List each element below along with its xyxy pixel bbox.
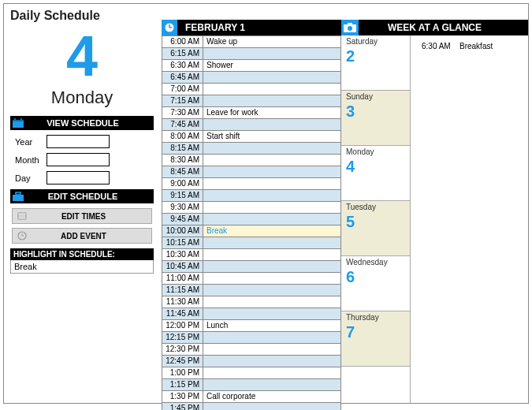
schedule-row[interactable]: 9:00 AM [162,178,341,190]
schedule-row[interactable]: 10:45 AM [162,261,341,273]
week-day[interactable]: Thursday7 [341,311,410,367]
schedule-row[interactable]: 1:30 PMCall corporate [162,391,341,403]
day-row: Day [15,171,154,184]
toolbox-icon [12,191,24,202]
schedule-row[interactable]: 10:15 AM [162,237,341,249]
schedule-time: 7:45 AM [162,119,203,131]
month-row: Month [15,153,154,166]
day-input[interactable] [47,171,110,184]
week-day-name: Thursday [346,313,405,322]
schedule-row[interactable]: 12:00 PMLunch [162,320,341,332]
schedule-row[interactable]: 11:45 AM [162,308,341,320]
schedule-row[interactable]: 1:45 PM [162,403,341,411]
svg-rect-9 [19,218,25,218]
schedule-row[interactable]: 10:30 AM [162,249,341,261]
schedule-time: 10:00 AM [162,226,203,237]
schedule-time: 8:30 AM [162,155,203,166]
schedule-event [203,261,341,273]
schedule-row[interactable]: 7:30 AMLeave for work [162,107,341,119]
week-day[interactable]: Sunday3 [341,91,410,146]
schedule-time: 12:00 PM [162,320,203,332]
schedule-row[interactable]: 6:00 AMWake up [162,36,341,48]
page-title: Daily Schedule [10,9,154,23]
list-icon [16,211,28,221]
schedule-table: 6:00 AMWake up6:15 AM6:30 AMShower6:45 A… [162,35,341,410]
month-input[interactable] [47,153,110,166]
schedule-event [203,202,341,214]
svg-rect-2 [14,118,16,121]
week-day[interactable]: Saturday2 [341,35,410,91]
add-event-button[interactable]: ADD EVENT [12,228,152,244]
schedule-row[interactable]: 7:45 AM [162,119,341,131]
schedule-event: Shower [203,60,341,72]
schedule-event [203,308,341,320]
schedule-time: 11:15 AM [162,285,203,296]
week-day[interactable]: Tuesday5 [341,201,410,256]
schedule-row[interactable]: 11:15 AM [162,285,341,296]
week-day-number: 7 [346,323,405,341]
schedule-event [203,214,341,226]
clock-icon [16,231,28,240]
schedule-time: 9:45 AM [162,214,203,226]
schedule-row[interactable]: 8:00 AMStart shift [162,131,341,143]
svg-point-19 [348,26,352,31]
schedule-row[interactable]: 1:00 PM [162,367,341,379]
schedule-time: 8:00 AM [162,131,203,143]
edit-times-button[interactable]: EDIT TIMES [12,208,152,224]
schedule-row[interactable]: 11:00 AM [162,273,341,285]
schedule-row[interactable]: 6:15 AM [162,48,341,60]
week-day[interactable]: Wednesday6 [341,256,410,311]
day-label: Day [15,173,47,183]
schedule-row[interactable]: 11:30 AM [162,296,341,308]
week-event-time: 6:30 AM [422,42,459,50]
edit-schedule-header: EDIT SCHEDULE [10,189,154,203]
week-events-column: 6:30 AM Breakfast [411,35,528,403]
schedule-time: 9:30 AM [162,202,203,214]
schedule-row[interactable]: 12:30 PM [162,344,341,356]
schedule-row[interactable]: 9:30 AM [162,202,341,214]
schedule-row[interactable]: 12:15 PM [162,332,341,344]
schedule-time: 7:30 AM [162,107,203,119]
schedule-event [203,296,341,308]
schedule-row[interactable]: 8:15 AM [162,143,341,155]
schedule-row[interactable]: 10:00 AMBreak [162,226,341,237]
schedule-row[interactable]: 7:15 AM [162,95,341,107]
schedule-row[interactable]: 6:30 AMShower [162,60,341,72]
schedule-row[interactable]: 12:45 PM [162,356,341,367]
schedule-row[interactable]: 7:00 AM [162,84,341,95]
schedule-row[interactable]: 8:30 AM [162,155,341,166]
highlight-header: HIGHLIGHT IN SCHEDULE: [10,248,154,260]
week-day-name: Wednesday [346,258,405,266]
year-row: Year [15,135,154,148]
current-day-number: 4 [10,24,154,88]
schedule-row[interactable]: 9:45 AM [162,214,341,226]
app-container: Daily Schedule 4 Monday VIEW SCHEDULE Ye… [3,3,529,404]
schedule-row[interactable]: 1:15 PM [162,379,341,391]
svg-rect-4 [13,195,24,201]
schedule-event [203,155,341,166]
schedule-row[interactable]: 9:15 AM [162,190,341,202]
week-days-column: Saturday2Sunday3Monday4Tuesday5Wednesday… [341,35,411,403]
schedule-event: Wake up [203,36,341,48]
week-event-row: 6:30 AM Breakfast [411,35,528,50]
week-day-name: Sunday [346,92,405,101]
schedule-event [203,379,341,391]
schedule-event: Start shift [203,131,341,143]
week-glance-title: WEEK AT A GLANCE [359,22,528,33]
schedule-event [203,273,341,285]
highlight-value[interactable]: Break [10,260,154,274]
schedule-time: 12:30 PM [162,344,203,356]
week-day[interactable]: Monday4 [341,146,410,201]
schedule-time: 7:15 AM [162,95,203,107]
year-input[interactable] [47,135,110,148]
week-day-number: 5 [346,213,405,231]
schedule-time: 1:45 PM [162,403,203,411]
schedule-event [203,72,341,84]
schedule-row[interactable]: 8:45 AM [162,166,341,178]
svg-rect-8 [19,216,25,217]
current-day-name: Monday [10,88,154,108]
schedule-time: 1:30 PM [162,391,203,403]
schedule-time: 8:45 AM [162,166,203,178]
schedule-event [203,403,341,411]
schedule-row[interactable]: 6:45 AM [162,72,341,84]
